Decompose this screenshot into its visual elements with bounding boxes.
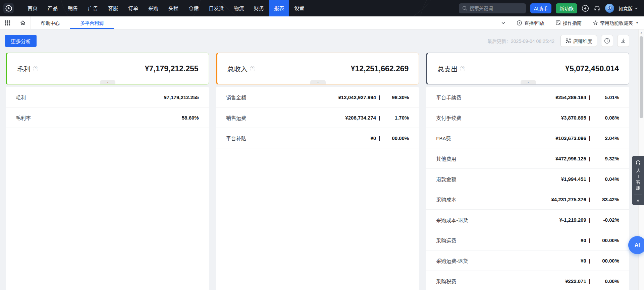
new-feature-button[interactable]: 新功能 [556,3,577,13]
metric-value-group: ¥0|00.00% [581,258,619,264]
metric-value-group: ¥1,994.451|0.04% [561,176,619,182]
edition-menu[interactable]: 如意版 [619,5,638,12]
metric-value: ¥1,994.451 [561,176,586,182]
metric-label: 退款金额 [436,175,456,183]
ai-assistant-button[interactable]: AI助手 [530,3,551,13]
metric-value: ¥103,673.096 [555,135,586,141]
gross-profit-detail-list: 毛利¥7,179,212.255毛利率58.60% [6,87,209,290]
more-analysis-button[interactable]: 更多分析 [5,35,37,47]
nav-item-12[interactable]: 财务 [249,0,269,16]
live-replay-label: 直播/回放 [524,19,544,26]
favorites-label: 常用功能收藏夹 [600,19,633,26]
metric-value: ¥0 [581,258,586,264]
metric-label: 采购成本-退货 [436,216,468,223]
logo-icon [5,5,12,12]
metric-row: 销售金额¥12,042,927.994|98.30% [216,87,419,107]
user-avatar[interactable] [605,4,614,13]
page-tab-bar: 帮助中心 多平台利润 直播/回放 操作指南 常用功能收藏夹 ▼ [0,16,644,29]
info-button[interactable] [601,35,613,47]
chevron-down-icon: ▾ [107,81,108,84]
card-title-text: 毛利 [17,64,31,74]
metric-row: 平台手续费¥254,289.184|5.01% [426,87,629,107]
collapse-panel-button[interactable]: » [632,195,644,205]
app-logo[interactable] [3,3,14,13]
metric-value-group: ¥103,673.096|2.04% [555,135,619,141]
card-title: 总支出? [437,64,465,74]
nav-item-6[interactable]: 订单 [123,0,143,16]
nav-item-4[interactable]: 广告 [83,0,103,16]
metric-value-group: 58.60% [182,115,199,121]
nav-item-9[interactable]: 仓储 [183,0,204,16]
customer-service-label: 人工客服 [635,168,641,191]
live-replay-link[interactable]: 直播/回放 [511,16,550,29]
ai-floating-button[interactable]: AI [628,236,644,254]
total-revenue-card: 总收入?¥12,251,662.269▾销售金额¥12,042,927.994|… [216,53,419,290]
nav-item-11[interactable]: 物流 [229,0,249,16]
metric-label: 销售运费 [226,114,246,121]
help-question-icon[interactable]: ? [460,66,465,71]
nav-item-5[interactable]: 客服 [103,0,123,16]
headset-support-icon[interactable] [593,5,601,12]
total-revenue-detail-list: 销售金额¥12,042,927.994|98.30%销售运费¥208,734.2… [216,87,419,290]
metric-percent: 98.30% [380,94,409,100]
nav-item-14[interactable]: 设置 [289,0,309,16]
home-icon[interactable] [15,16,31,29]
metric-value-group: ¥0|00.00% [581,237,619,243]
tab-multi-platform-profit[interactable]: 多平台利润 [70,16,114,29]
metric-percent: 2.04% [590,135,619,141]
nav-item-8[interactable]: 头程 [163,0,183,16]
nav-item-3[interactable]: 销售 [63,0,83,16]
help-question-icon[interactable]: ? [33,66,38,71]
nav-item-13[interactable]: 报表 [269,0,289,16]
metric-row: 采购运费¥0|00.00% [426,230,629,250]
metric-row: FBA费¥103,673.096|2.04% [426,128,629,148]
global-search[interactable] [459,3,526,13]
metric-percent: 83.42% [590,197,619,202]
metric-label: 毛利率 [16,114,31,121]
export-download-button[interactable] [617,35,629,47]
collapse-toggle[interactable]: ▾ [100,80,115,84]
metric-label: 毛利 [16,94,26,101]
chevron-down-icon: ▾ [528,81,529,84]
apps-grid-icon[interactable] [0,16,15,29]
metric-label: 平台手续费 [436,94,461,101]
metric-percent: 0.00% [590,278,619,284]
search-input[interactable] [470,6,523,11]
metric-percent: 00.00% [590,237,619,243]
metric-percent: 00.00% [380,135,409,141]
store-dimension-button[interactable]: 店铺维度 [560,35,597,47]
metric-value-group: ¥208,734.274|1.70% [345,115,409,121]
collapse-toggle[interactable]: ▾ [521,80,536,84]
collapse-toggle[interactable]: ▾ [310,80,326,84]
metric-label: 采购成本 [436,196,456,203]
nav-item-10[interactable]: 自发货 [204,0,229,16]
metric-value-group: ¥4,231,275.376|83.42% [551,197,619,202]
metric-percent: 0.04% [590,176,619,182]
metric-row: 采购成本-退货¥-1,219.209|-0.02% [426,210,629,230]
nav-item-1[interactable]: 首页 [22,0,43,16]
metric-row: 销售运费¥208,734.274|1.70% [216,107,419,128]
store-dimension-icon [566,38,571,44]
metric-value-group: ¥472,996.125|9.32% [555,156,619,161]
tabs-dropdown-chevron[interactable] [496,16,511,29]
nav-item-7[interactable]: 采购 [143,0,163,16]
nav-item-2[interactable]: 产品 [43,0,63,16]
download-center-icon[interactable] [582,5,589,12]
metric-value: ¥254,289.184 [555,94,586,100]
top-nav: 首页产品销售广告客服订单采购头程仓储自发货物流财务报表设置 AI助手 新功能 如… [0,0,644,16]
metric-value-group: ¥254,289.184|5.01% [555,94,619,100]
customer-service-widget[interactable]: 人工客服 » [632,156,644,205]
metric-row: 毛利¥7,179,212.255 [6,87,209,107]
total-revenue-header: 总收入?¥12,251,662.269▾ [216,53,419,85]
total-expense-card: 总支出?¥5,072,450.014▾平台手续费¥254,289.184|5.0… [426,53,629,290]
operation-guide-link[interactable]: 操作指南 [550,16,587,29]
scroll-up-arrow-icon[interactable]: ▲ [639,29,644,34]
tab-help-center[interactable]: 帮助中心 [31,16,70,29]
help-question-icon[interactable]: ? [250,66,255,71]
metric-label: 采购运费-退货 [436,257,468,264]
metric-value-group: ¥7,179,212.255 [164,94,199,100]
metric-label: 其他费用 [436,155,456,162]
scrollbar-thumb[interactable] [640,36,643,118]
favorites-menu[interactable]: 常用功能收藏夹 ▼ [587,16,644,29]
report-toolbar: 更多分析 最后更新：2025-09-04 08:25:42 店铺维度 [0,29,644,47]
